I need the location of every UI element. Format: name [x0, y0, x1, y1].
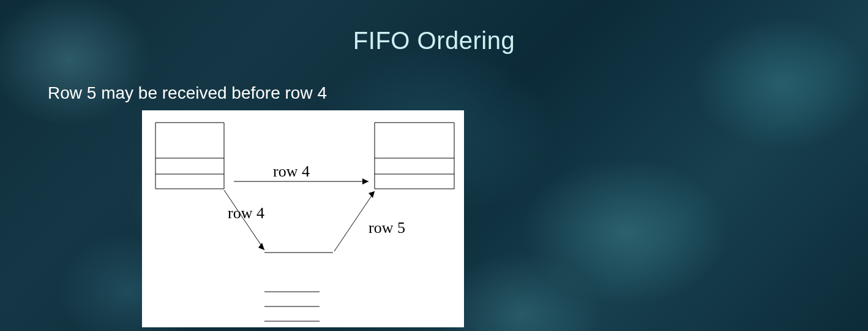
- fifo-diagram-svg: row 4 row 4 row 5: [142, 110, 464, 327]
- middle-stack: [264, 253, 333, 321]
- label-row4-top: row 4: [273, 162, 310, 180]
- label-row4-left: row 4: [228, 204, 264, 222]
- svg-marker-21: [369, 191, 375, 198]
- svg-marker-13: [362, 178, 369, 185]
- arrow-row4-top: row 4: [234, 162, 369, 185]
- right-stack: [375, 123, 454, 189]
- arrow-row5-right: row 5: [334, 191, 405, 251]
- svg-marker-19: [258, 243, 264, 250]
- arrow-row4-left: row 4: [224, 190, 264, 250]
- left-stack: [155, 123, 224, 189]
- fifo-diagram: row 4 row 4 row 5: [142, 110, 464, 327]
- slide-title: FIFO Ordering: [0, 27, 868, 55]
- label-row5-right: row 5: [369, 219, 405, 237]
- slide-subtitle: Row 5 may be received before row 4: [48, 83, 327, 103]
